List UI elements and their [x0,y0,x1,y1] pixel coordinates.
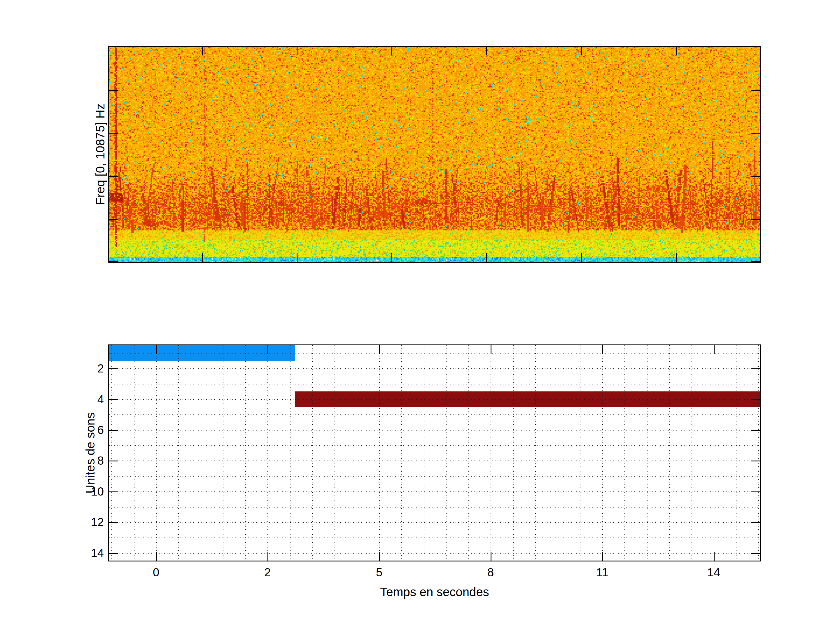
y-axis-tick [752,553,760,554]
x-axis-tick [267,552,268,561]
y-axis-tick [752,430,760,431]
x-gridline [692,345,692,561]
x-tick-label: 2 [244,565,291,579]
spectrogram-x-tick [581,47,582,55]
x-gridline [156,345,156,561]
x-gridline [558,345,558,561]
y-axis-tick [109,553,118,554]
x-gridline [602,345,603,561]
spectrogram-y-tick [752,261,760,262]
x-gridline [178,345,179,561]
x-tick-label: 11 [579,565,625,579]
x-gridline [513,345,514,561]
y-gridline [109,538,760,538]
x-gridline [134,345,134,561]
spectrogram-y-tick [109,176,118,177]
y-axis-tick [109,399,118,400]
y-axis-tick [109,368,118,369]
y-axis-tick [752,461,760,461]
timeline-xlabel: Temps en secondes [109,585,760,599]
x-gridline [647,345,647,561]
y-gridline [109,522,760,523]
y-gridline [109,353,760,354]
x-gridline [245,345,246,561]
x-tick-label: 5 [356,565,403,579]
y-gridline [109,491,760,492]
x-gridline [580,345,580,561]
x-gridline [401,345,402,561]
y-gridline [109,399,760,400]
x-axis-tick [602,552,603,561]
y-axis-tick [109,461,118,461]
x-tick-label: 8 [467,565,514,579]
y-tick-label: 10 [66,484,104,499]
x-tick-label: 0 [133,565,179,579]
x-axis-tick [602,345,603,354]
x-gridline [758,345,759,561]
x-axis-tick [714,345,715,354]
x-axis-tick [379,345,380,354]
x-axis-tick [156,552,157,561]
spectrogram-heatmap [109,47,760,262]
spectrogram-y-tick [109,219,118,219]
x-gridline [624,345,625,561]
y-tick-label: 4 [66,392,104,407]
spectrogram-ylabel: Freq [0, 10875] Hz [93,47,107,262]
x-gridline [535,345,536,561]
spectrogram-y-tick [109,261,118,262]
spectrogram-x-tick [297,253,297,262]
y-gridline [109,414,760,415]
x-gridline [424,345,425,561]
spectrogram-x-tick [676,253,677,262]
x-gridline [468,345,469,561]
x-axis-tick [714,552,715,561]
spectrogram-y-tick [752,219,760,219]
y-tick-label: 6 [66,423,104,437]
timeline-axes [108,344,761,562]
x-gridline [736,345,736,561]
y-axis-tick [109,491,118,492]
spectrogram-axes [108,46,761,263]
spectrogram-y-tick [752,176,760,177]
spectrogram-y-tick [752,90,760,91]
x-axis-tick [491,552,491,561]
y-axis-tick [752,399,760,400]
spectrogram-x-tick [392,47,392,55]
y-tick-label: 2 [66,361,104,376]
spectrogram-x-tick [297,47,297,55]
y-gridline [109,507,760,507]
y-axis-tick [109,522,118,523]
x-axis-tick [267,345,268,354]
y-axis-tick [752,491,760,492]
spectrogram-y-tick [109,133,118,134]
spectrogram-x-tick [676,47,677,55]
x-gridline [201,345,201,561]
x-axis-tick [379,552,380,561]
y-gridline [109,430,760,431]
spectrogram-x-tick [202,253,203,262]
x-gridline [446,345,447,561]
x-gridline [267,345,268,561]
x-axis-tick [156,345,157,354]
y-tick-label: 8 [66,453,104,468]
x-axis-tick [491,345,491,354]
x-gridline [335,345,335,561]
spectrogram-x-tick [581,253,582,262]
spectrogram-y-tick [752,133,760,134]
x-gridline [357,345,357,561]
y-axis-tick [109,430,118,431]
y-gridline [109,368,760,369]
y-gridline [109,384,760,384]
x-gridline [290,345,291,561]
x-gridline [714,345,714,561]
x-gridline [379,345,380,561]
y-gridline [109,461,760,461]
x-gridline [223,345,223,561]
y-axis-tick [752,368,760,369]
spectrogram-x-tick [392,253,392,262]
y-gridline [109,445,760,446]
y-tick-label: 12 [66,515,104,529]
y-axis-tick [752,522,760,523]
spectrogram-x-tick [202,47,203,55]
matlab-figure: Freq [0, 10875] Hz Unites de sons Temps … [0,0,840,630]
